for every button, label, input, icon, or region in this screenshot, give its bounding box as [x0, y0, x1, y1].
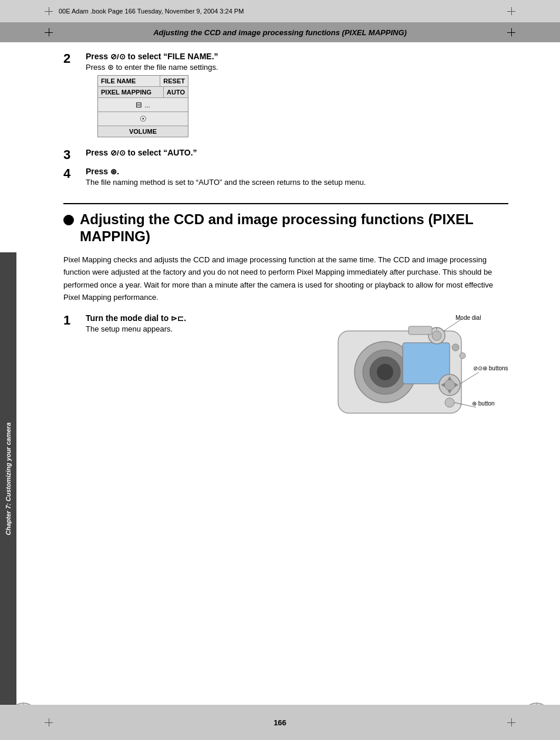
menu-icon-row-1: ⊟ ... [98, 98, 188, 112]
step-4-number: 4 [63, 167, 81, 181]
menu-icon-clock: ☉ [140, 114, 147, 123]
section-title: Adjusting the CCD and image processing f… [80, 211, 508, 245]
file-info-bar: 00E Adam .book Page 166 Tuesday, Novembe… [0, 0, 560, 22]
footer-crosshair-left [45, 718, 53, 727]
step-4-content: Press ⊛. The file naming method is set t… [86, 167, 508, 190]
step-2-title: Press ⊘/⊙ to select “FILE NAME.” [86, 52, 508, 61]
svg-line-39 [444, 319, 461, 331]
step-1-number: 1 [63, 313, 81, 327]
step-1-title: Turn the mode dial to ⊳⊏. [86, 313, 321, 323]
header-title-bar: Adjusting the CCD and image processing f… [0, 22, 560, 42]
menu-auto-label: AUTO [164, 87, 188, 97]
header-crosshair-right [507, 7, 515, 15]
step-4-block: 4 Press ⊛. The file naming method is set… [63, 167, 508, 190]
menu-pixelmapping-label: PIXEL MAPPING [98, 87, 164, 97]
footer: 166 [0, 705, 560, 740]
step-2-content: Press ⊘/⊙ to select “FILE NAME.” Press ⊛… [86, 52, 508, 143]
step-2-number: 2 [63, 52, 81, 66]
step-2-desc: Press ⊛ to enter the file name settings. [86, 63, 508, 72]
menu-volume-label: VOLUME [129, 128, 157, 135]
menu-row-1: FILE NAME RESET [98, 76, 188, 87]
step-1-block: 1 Turn the mode dial to ⊳⊏. The setup me… [63, 313, 321, 337]
menu-filename-label: FILE NAME [98, 76, 160, 86]
menu-volume-row: VOLUME [98, 126, 188, 137]
step-3-block: 3 Press ⊘/⊙ to select “AUTO.” [63, 148, 508, 162]
menu-screenshot: FILE NAME RESET PIXEL MAPPING AUTO ⊟ ...… [97, 75, 188, 137]
header-crosshair-left [45, 7, 53, 15]
section-body: Pixel Mapping checks and adjusts the CCD… [63, 254, 508, 304]
file-info-text: 00E Adam .book Page 166 Tuesday, Novembe… [59, 8, 244, 15]
step-1-with-image: 1 Turn the mode dial to ⊳⊏. The setup me… [63, 313, 508, 428]
step-3-content: Press ⊘/⊙ to select “AUTO.” [86, 148, 508, 159]
svg-point-26 [452, 344, 459, 351]
svg-point-32 [444, 380, 455, 390]
title-bar-crosshair-right [507, 28, 515, 36]
camera-image-area: Mode dial ⊘⊙⊛ buttons ⊛ button [326, 313, 508, 428]
svg-line-40 [460, 372, 479, 384]
step-1-text-part: 1 Turn the mode dial to ⊳⊏. The setup me… [63, 313, 321, 342]
step-2-block: 2 Press ⊘/⊙ to select “FILE NAME.” Press… [63, 52, 508, 143]
svg-point-29 [432, 331, 441, 340]
svg-rect-38 [409, 326, 432, 334]
button-label: ⊛ button [472, 400, 495, 407]
step-3-title: Press ⊘/⊙ to select “AUTO.” [86, 148, 508, 157]
step-3-number: 3 [63, 148, 81, 162]
menu-reset-label: RESET [160, 76, 188, 86]
mode-dial-label: Mode dial [456, 315, 481, 321]
page-number: 166 [274, 718, 286, 727]
main-content: 2 Press ⊘/⊙ to select “FILE NAME.” Press… [16, 42, 544, 440]
footer-crosshair-right [507, 718, 515, 727]
chapter-label: Chapter 7: Customizing your camera [5, 423, 12, 535]
section-heading: Adjusting the CCD and image processing f… [63, 203, 508, 245]
step-4-title: Press ⊛. [86, 167, 508, 176]
buttons-label: ⊘⊙⊛ buttons [473, 365, 508, 371]
svg-point-24 [377, 364, 393, 380]
title-bar-crosshair-left [45, 28, 53, 36]
step-4-desc: The file naming method is set to “AUTO” … [86, 178, 508, 187]
svg-point-37 [445, 398, 454, 407]
menu-icon-dots: ... [144, 102, 150, 109]
step-1-desc: The setup menu appears. [86, 325, 321, 333]
section-bullet [63, 215, 74, 225]
menu-icon-photo: ⊟ [136, 100, 142, 109]
menu-row-2: PIXEL MAPPING AUTO [98, 87, 188, 98]
chapter-sidebar: Chapter 7: Customizing your camera [0, 252, 16, 705]
header-title: Adjusting the CCD and image processing f… [153, 28, 407, 37]
menu-icon-row-2: ☉ [98, 112, 188, 126]
step-1-content: Turn the mode dial to ⊳⊏. The setup menu… [86, 313, 321, 337]
svg-point-27 [460, 353, 465, 359]
